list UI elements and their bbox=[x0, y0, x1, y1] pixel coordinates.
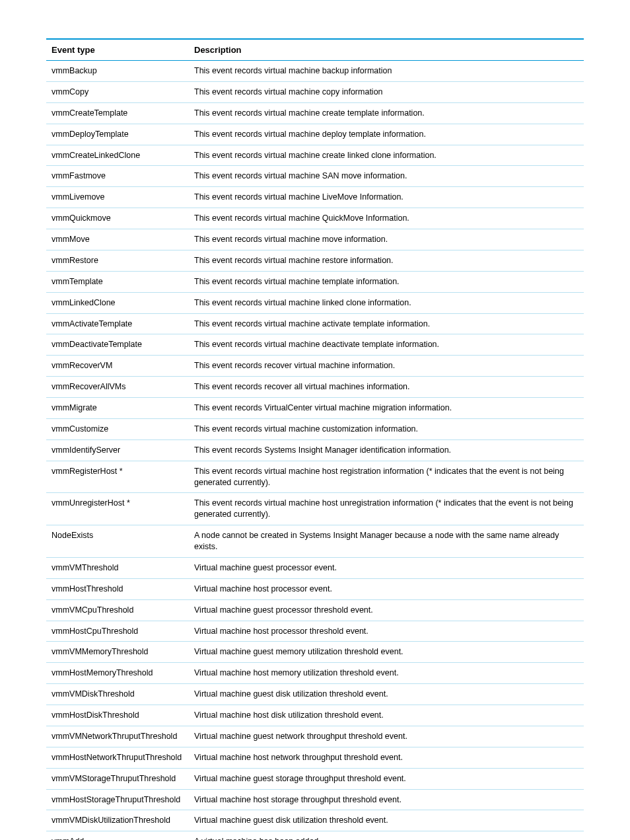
cell-description: Virtual machine guest disk utilization t… bbox=[189, 684, 584, 705]
table-row: vmmQuickmoveThis event records virtual m… bbox=[46, 208, 584, 229]
cell-description: Virtual machine guest processor threshol… bbox=[189, 599, 584, 621]
cell-description: This event records virtual machine move … bbox=[189, 229, 584, 250]
cell-event-type: vmmTemplate bbox=[46, 271, 189, 292]
cell-event-type: vmmRegisterHost * bbox=[46, 461, 189, 493]
cell-event-type: vmmFastmove bbox=[46, 166, 189, 187]
cell-description: A virtual machine has been added. bbox=[189, 831, 584, 840]
cell-description: This event records virtual machine resto… bbox=[189, 250, 584, 271]
cell-event-type: vmmDeactivateTemplate bbox=[46, 334, 189, 356]
table-row: vmmBackupThis event records virtual mach… bbox=[46, 61, 584, 82]
table-row: vmmDeployTemplateThis event records virt… bbox=[46, 124, 584, 145]
cell-event-type: NodeExists bbox=[46, 525, 189, 558]
table-row: vmmUnregisterHost *This event records vi… bbox=[46, 493, 584, 525]
cell-description: Virtual machine host memory utilization … bbox=[189, 663, 584, 684]
cell-description: Virtual machine guest storage throughput… bbox=[189, 768, 584, 789]
header-event-type: Event type bbox=[46, 39, 189, 61]
cell-description: This event records recover virtual machi… bbox=[189, 356, 584, 377]
cell-event-type: vmmCustomize bbox=[46, 418, 189, 439]
events-table: Event type Description vmmBackupThis eve… bbox=[46, 38, 584, 840]
cell-event-type: vmmVMMemoryThreshold bbox=[46, 642, 189, 663]
table-row: vmmRestoreThis event records virtual mac… bbox=[46, 250, 584, 271]
cell-description: A node cannot be created in Systems Insi… bbox=[189, 525, 584, 558]
table-row: vmmMigrateThis event records VirtualCent… bbox=[46, 398, 584, 419]
table-row: vmmTemplateThis event records virtual ma… bbox=[46, 271, 584, 292]
table-row: vmmVMNetworkThruputThresholdVirtual mach… bbox=[46, 726, 584, 747]
cell-event-type: vmmHostCpuThreshold bbox=[46, 621, 189, 642]
table-row: vmmVMMemoryThresholdVirtual machine gues… bbox=[46, 642, 584, 663]
table-row: vmmActivateTemplateThis event records vi… bbox=[46, 313, 584, 334]
table-row: vmmVMStorageThruputThresholdVirtual mach… bbox=[46, 768, 584, 789]
table-row: vmmHostMemoryThresholdVirtual machine ho… bbox=[46, 663, 584, 684]
cell-event-type: vmmHostStorageThruputThreshold bbox=[46, 789, 189, 810]
cell-description: This event records virtual machine linke… bbox=[189, 292, 584, 313]
cell-description: This event records virtual machine deplo… bbox=[189, 124, 584, 145]
cell-description: Virtual machine host network throughput … bbox=[189, 747, 584, 768]
cell-description: This event records virtual machine host … bbox=[189, 461, 584, 493]
table-row: vmmHostThresholdVirtual machine host pro… bbox=[46, 578, 584, 599]
table-row: vmmMoveThis event records virtual machin… bbox=[46, 229, 584, 250]
cell-event-type: vmmRecoverVM bbox=[46, 356, 189, 377]
table-row: vmmRegisterHost *This event records virt… bbox=[46, 461, 584, 493]
table-row: NodeExistsA node cannot be created in Sy… bbox=[46, 525, 584, 558]
cell-event-type: vmmHostDiskThreshold bbox=[46, 705, 189, 726]
cell-description: This event records VirtualCenter virtual… bbox=[189, 398, 584, 419]
cell-description: Virtual machine host processor event. bbox=[189, 578, 584, 599]
table-row: vmmAddA virtual machine has been added. bbox=[46, 831, 584, 840]
cell-description: This event records virtual machine creat… bbox=[189, 145, 584, 166]
cell-event-type: vmmVMCpuThreshold bbox=[46, 599, 189, 621]
header-description: Description bbox=[189, 39, 584, 61]
cell-description: This event records virtual machine Quick… bbox=[189, 208, 584, 229]
table-header-row: Event type Description bbox=[46, 39, 584, 61]
cell-description: This event records virtual machine activ… bbox=[189, 313, 584, 334]
cell-description: This event records virtual machine LiveM… bbox=[189, 187, 584, 208]
table-row: vmmVMDiskThresholdVirtual machine guest … bbox=[46, 684, 584, 705]
table-row: vmmHostCpuThresholdVirtual machine host … bbox=[46, 621, 584, 642]
cell-description: This event records virtual machine backu… bbox=[189, 61, 584, 82]
cell-event-type: vmmCreateLinkedClone bbox=[46, 145, 189, 166]
cell-event-type: vmmVMNetworkThruputThreshold bbox=[46, 726, 189, 747]
table-row: vmmRecoverAllVMsThis event records recov… bbox=[46, 377, 584, 398]
cell-event-type: vmmVMDiskUtilizationThreshold bbox=[46, 810, 189, 831]
table-row: vmmCreateLinkedCloneThis event records v… bbox=[46, 145, 584, 166]
cell-event-type: vmmActivateTemplate bbox=[46, 313, 189, 334]
cell-event-type: vmmUnregisterHost * bbox=[46, 493, 189, 525]
table-row: vmmCustomizeThis event records virtual m… bbox=[46, 418, 584, 439]
cell-description: This event records recover all virtual m… bbox=[189, 377, 584, 398]
cell-event-type: vmmVMDiskThreshold bbox=[46, 684, 189, 705]
table-row: vmmLivemoveThis event records virtual ma… bbox=[46, 187, 584, 208]
table-row: vmmHostDiskThresholdVirtual machine host… bbox=[46, 705, 584, 726]
table-row: vmmVMThresholdVirtual machine guest proc… bbox=[46, 557, 584, 578]
cell-description: Virtual machine host disk utilization th… bbox=[189, 705, 584, 726]
cell-event-type: vmmMigrate bbox=[46, 398, 189, 419]
table-row: vmmLinkedCloneThis event records virtual… bbox=[46, 292, 584, 313]
cell-event-type: vmmCreateTemplate bbox=[46, 102, 189, 124]
table-row: vmmHostNetworkThruputThresholdVirtual ma… bbox=[46, 747, 584, 768]
table-row: vmmDeactivateTemplateThis event records … bbox=[46, 334, 584, 356]
cell-description: This event records virtual machine creat… bbox=[189, 102, 584, 124]
cell-event-type: vmmIdentifyServer bbox=[46, 439, 189, 461]
cell-description: This event records virtual machine templ… bbox=[189, 271, 584, 292]
cell-description: Virtual machine host processor threshold… bbox=[189, 621, 584, 642]
cell-event-type: vmmBackup bbox=[46, 61, 189, 82]
cell-description: This event records virtual machine deact… bbox=[189, 334, 584, 356]
cell-event-type: vmmQuickmove bbox=[46, 208, 189, 229]
cell-description: Virtual machine guest processor event. bbox=[189, 557, 584, 578]
cell-event-type: vmmLinkedClone bbox=[46, 292, 189, 313]
cell-description: This event records virtual machine SAN m… bbox=[189, 166, 584, 187]
cell-event-type: vmmVMStorageThruputThreshold bbox=[46, 768, 189, 789]
cell-event-type: vmmHostMemoryThreshold bbox=[46, 663, 189, 684]
cell-event-type: vmmCopy bbox=[46, 81, 189, 102]
cell-event-type: vmmRecoverAllVMs bbox=[46, 377, 189, 398]
cell-event-type: vmmLivemove bbox=[46, 187, 189, 208]
cell-event-type: vmmDeployTemplate bbox=[46, 124, 189, 145]
cell-event-type: vmmHostThreshold bbox=[46, 578, 189, 599]
table-row: vmmCreateTemplateThis event records virt… bbox=[46, 102, 584, 124]
table-row: vmmFastmoveThis event records virtual ma… bbox=[46, 166, 584, 187]
cell-description: Virtual machine guest disk utilization t… bbox=[189, 810, 584, 831]
cell-description: This event records Systems Insight Manag… bbox=[189, 439, 584, 461]
cell-event-type: vmmHostNetworkThruputThreshold bbox=[46, 747, 189, 768]
table-row: vmmVMDiskUtilizationThresholdVirtual mac… bbox=[46, 810, 584, 831]
cell-description: This event records virtual machine host … bbox=[189, 493, 584, 525]
cell-description: Virtual machine guest network throughput… bbox=[189, 726, 584, 747]
cell-event-type: vmmRestore bbox=[46, 250, 189, 271]
